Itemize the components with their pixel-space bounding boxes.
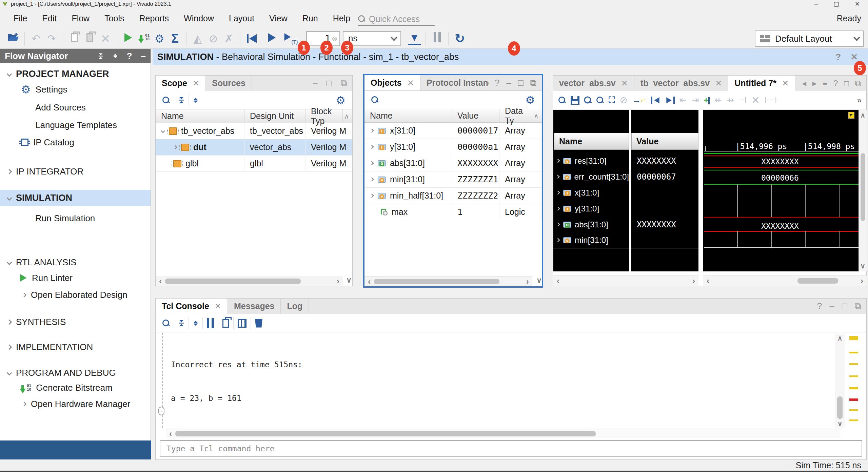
- add-marker-icon[interactable]: +: [704, 95, 710, 105]
- step-icon[interactable]: ▼: [407, 32, 422, 45]
- scroll-down-icon[interactable]: ∨: [536, 276, 542, 285]
- column-splitter[interactable]: [698, 110, 703, 271]
- sidebar-item-open-elaborated-design[interactable]: Open Elaborated Design: [22, 289, 127, 301]
- redo-icon[interactable]: ↷: [44, 33, 59, 44]
- tab-protocol-instances[interactable]: Protocol Instanc: [420, 75, 489, 90]
- tab-scroll-left-icon[interactable]: ◂: [802, 79, 806, 88]
- console-vscrollbar[interactable]: ∧ ∨: [835, 334, 845, 428]
- wave-vscrollbar[interactable]: ∧ ∨: [859, 110, 867, 271]
- chevron-right-icon[interactable]: [556, 159, 560, 163]
- clear-time-icon[interactable]: ⊗: [332, 35, 337, 43]
- wave-signal-row[interactable]: vres[31:0]: [553, 153, 629, 169]
- close-button[interactable]: ✕: [855, 0, 860, 8]
- undo-icon[interactable]: ↶: [28, 33, 44, 44]
- chevron-down-icon[interactable]: [161, 129, 165, 133]
- zoom-out-icon[interactable]: [596, 97, 604, 104]
- chevron-right-icon[interactable]: [556, 175, 560, 179]
- sidebar-item-run-simulation[interactable]: Run Simulation: [35, 212, 95, 224]
- panel-settings-icon[interactable]: ⚙: [336, 95, 346, 106]
- warning-marker[interactable]: [849, 363, 858, 365]
- relaunch-icon[interactable]: ↻: [452, 32, 468, 45]
- objects-hscrollbar[interactable]: ‹ ›: [364, 276, 532, 286]
- console-hscrollbar[interactable]: ‹: [166, 429, 841, 438]
- chevron-right-icon[interactable]: [556, 190, 560, 194]
- tab-log[interactable]: Log: [281, 299, 309, 314]
- scroll-left-icon[interactable]: ‹: [156, 276, 165, 286]
- tab-scope[interactable]: Scope✕: [156, 76, 206, 91]
- sidebar-section-synthesis[interactable]: SYNTHESIS: [7, 316, 66, 328]
- copy-icon[interactable]: [66, 33, 82, 44]
- tab-sources[interactable]: Sources: [206, 76, 252, 91]
- sidebar-section-project-manager[interactable]: PROJECT MANAGER: [7, 68, 109, 80]
- pause-output-icon[interactable]: [207, 318, 214, 328]
- sidebar-section-ip-integrator[interactable]: IP INTEGRATOR: [7, 165, 83, 178]
- maximize-panel-icon[interactable]: □: [518, 78, 524, 88]
- sidebar-item-ip-catalog[interactable]: IP Catalog: [21, 136, 74, 148]
- chevron-right-icon[interactable]: [556, 206, 560, 210]
- scroll-left-icon[interactable]: ‹: [703, 276, 713, 286]
- search-icon[interactable]: [162, 320, 170, 327]
- menu-flow[interactable]: Flow: [64, 11, 97, 26]
- menu-file[interactable]: File: [6, 11, 35, 26]
- quick-access-search[interactable]: Quick Access: [358, 13, 435, 26]
- sidebar-section-simulation[interactable]: SIMULATION: [7, 192, 72, 204]
- minimize-button[interactable]: –: [814, 0, 818, 8]
- warning-marker[interactable]: [849, 375, 858, 377]
- collapse-all-icon[interactable]: [179, 320, 184, 326]
- objects-row[interactable]: max 1 Logic: [364, 204, 542, 220]
- wave-signal-row[interactable]: Ix[31:0]: [553, 185, 629, 201]
- paste-icon[interactable]: [82, 33, 98, 44]
- chevron-right-icon[interactable]: [370, 161, 374, 165]
- float-panel-icon[interactable]: ⧉: [530, 78, 536, 88]
- chevron-right-icon[interactable]: [370, 145, 374, 149]
- scroll-right-icon[interactable]: ›: [333, 276, 343, 286]
- layout-select[interactable]: Default Layout: [755, 30, 864, 47]
- console-log[interactable]: - Incorrect res at time 515ns: a = 23, b…: [156, 333, 844, 428]
- scroll-down-icon[interactable]: ∨: [835, 419, 845, 428]
- sidebar-section-program-and-debug[interactable]: PROGRAM AND DEBUG: [7, 367, 116, 379]
- scroll-down-icon[interactable]: ∨: [859, 262, 867, 270]
- save-icon[interactable]: [571, 96, 579, 105]
- objects-row[interactable]: vmin[31:0] ZZZZZZZ1 Array: [364, 171, 542, 188]
- float-panel-icon[interactable]: ⧉: [854, 301, 861, 311]
- sidebar-section-implementation[interactable]: IMPLEMENTATION: [7, 341, 93, 353]
- menu-edit[interactable]: Edit: [35, 11, 64, 26]
- crosshair-off-icon[interactable]: ⊘: [619, 95, 627, 106]
- copy-icon[interactable]: [222, 319, 229, 328]
- error-marker[interactable]: [849, 398, 858, 401]
- panel-settings-icon[interactable]: ⚙: [525, 95, 535, 105]
- expand-all-icon[interactable]: [113, 54, 117, 58]
- search-icon[interactable]: [371, 96, 379, 104]
- scope-row-glbl[interactable]: glbl glbl Verilog M: [156, 156, 352, 172]
- scrollbar-up-icon[interactable]: ∧: [533, 109, 542, 122]
- close-simulation-icon[interactable]: ✕: [850, 52, 858, 62]
- warning-marker[interactable]: [849, 336, 858, 340]
- generate-bitstream-icon[interactable]: 0110: [136, 31, 152, 46]
- maximize-panel-icon[interactable]: □: [844, 79, 849, 88]
- wave-signal-row[interactable]: verr_count[31:0]: [553, 169, 629, 185]
- scroll-left-icon[interactable]: ‹: [553, 276, 563, 286]
- help-icon[interactable]: ?: [817, 301, 822, 311]
- expand-all-icon[interactable]: [194, 98, 198, 102]
- wave-hscrollbar[interactable]: ‹ ›: [703, 275, 867, 286]
- collapse-all-icon[interactable]: [179, 97, 184, 103]
- menu-run[interactable]: Run: [295, 11, 326, 26]
- minimize-panel-icon[interactable]: –: [829, 301, 834, 311]
- scroll-right-icon[interactable]: ›: [523, 277, 532, 286]
- minimize-panel-icon[interactable]: –: [506, 78, 511, 88]
- tab-untitled-7[interactable]: Untitled 7*✕: [728, 76, 795, 91]
- chevron-right-icon[interactable]: [370, 177, 374, 181]
- sigma-report-icon[interactable]: Σ: [167, 32, 183, 46]
- help-icon[interactable]: ?: [833, 79, 838, 88]
- maximize-button[interactable]: ▢: [833, 0, 839, 8]
- sidebar-section-rtl-analysis[interactable]: RTL ANALYSIS: [7, 256, 77, 268]
- scope-hscrollbar[interactable]: ‹ ›: [156, 276, 343, 286]
- sim-restart-icon[interactable]: [244, 34, 259, 43]
- close-tab-icon[interactable]: ✕: [407, 78, 414, 88]
- column-splitter[interactable]: [629, 110, 631, 271]
- menu-view[interactable]: View: [262, 11, 295, 26]
- tab-vector-abs-sv[interactable]: vector_abs.sv✕: [553, 76, 634, 91]
- run-icon[interactable]: [120, 33, 136, 44]
- scope-row-dut[interactable]: dut vector_abs Verilog M: [156, 139, 352, 156]
- tab-scroll-right-icon[interactable]: ▸: [812, 79, 816, 88]
